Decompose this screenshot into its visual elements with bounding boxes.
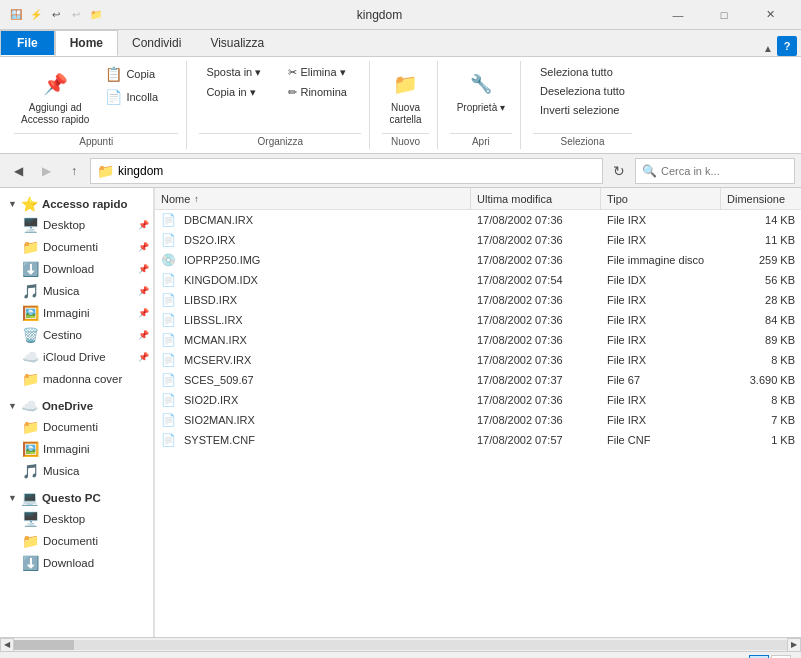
sidebar-item-pc-documenti[interactable]: 📁 Documenti [0,530,153,552]
ribbon-group-seleziona: Seleziona tutto Deseleziona tutto Invert… [525,61,640,149]
sidebar-item-od-musica[interactable]: 🎵 Musica [0,460,153,482]
sidebar-item-download-quick[interactable]: ⬇️ Download 📌 [0,258,153,280]
od-immagini-label: Immagini [43,443,149,455]
tab-visualizza[interactable]: Visualizza [196,30,279,56]
col-size-label: Dimensione [727,193,785,205]
new-folder-button[interactable]: 📁 Nuova cartella [382,63,428,131]
sidebar-item-documenti-quick[interactable]: 📁 Documenti 📌 [0,236,153,258]
close-button[interactable]: ✕ [747,0,793,30]
file-icon: 📄 [161,233,176,247]
file-cell-date: 17/08/2002 07:36 [471,334,601,346]
search-input[interactable] [661,165,788,177]
sidebar-item-cestino[interactable]: 🗑️ Cestino 📌 [0,324,153,346]
ribbon-collapse-btn[interactable]: ▲ [759,41,777,56]
table-row[interactable]: 📄 KINGDOM.IDX 17/08/2002 07:54 File IDX … [155,270,801,290]
pin-icon: 📌 [39,68,71,100]
help-button[interactable]: ? [777,36,797,56]
copy-button[interactable]: 📋 Copia [98,63,178,85]
view-list-button[interactable]: ☰ [771,655,791,659]
table-row[interactable]: 📄 DBCMAN.IRX 17/08/2002 07:36 File IRX 1… [155,210,801,230]
properties-icon: 🔧 [465,68,497,100]
table-row[interactable]: 📄 SIO2D.IRX 17/08/2002 07:36 File IRX 8 … [155,390,801,410]
select-all-button[interactable]: Seleziona tutto [533,63,632,81]
sidebar-item-musica-quick[interactable]: 🎵 Musica 📌 [0,280,153,302]
copy-to-button[interactable]: Copia in ▾ [199,83,279,102]
sidebar-item-pc-download[interactable]: ⬇️ Download [0,552,153,574]
minimize-button[interactable]: — [655,0,701,30]
sidebar-quick-access-section: ▼ ⭐ Accesso rapido 🖥️ Desktop 📌 📁 Docume… [0,192,153,390]
file-cell-name: 📄 LIBSSL.IRX [155,313,471,327]
file-icon: 📄 [161,213,176,227]
file-icon: 📄 [161,373,176,387]
move-to-button[interactable]: Sposta in ▾ [199,63,279,82]
sidebar-item-od-immagini[interactable]: 🖼️ Immagini [0,438,153,460]
copy-label: Copia [126,68,155,80]
col-header-type[interactable]: Tipo [601,188,721,210]
table-row[interactable]: 💿 IOPRP250.IMG 17/08/2002 07:36 File imm… [155,250,801,270]
table-row[interactable]: 📄 LIBSSL.IRX 17/08/2002 07:36 File IRX 8… [155,310,801,330]
col-header-date[interactable]: Ultima modifica [471,188,601,210]
sidebar-onedrive-header[interactable]: ▼ ☁️ OneDrive [0,394,153,416]
status-bar: 12 elementi ⊞ ☰ [0,651,801,658]
deselect-all-button[interactable]: Deseleziona tutto [533,82,632,100]
h-scroll-track[interactable] [14,640,787,650]
file-name: KINGDOM.IDX [184,274,258,286]
back-button[interactable]: ◀ [6,159,30,183]
properties-button[interactable]: 🔧 Proprietà ▾ [450,63,512,118]
h-scroll-left-btn[interactable]: ◀ [0,638,14,652]
properties-label: Proprietà ▾ [457,102,505,113]
sidebar-thispc-section: ▼ 💻 Questo PC 🖥️ Desktop 📁 Documenti ⬇️ … [0,486,153,574]
col-type-label: Tipo [607,193,628,205]
table-row[interactable]: 📄 MCSERV.IRX 17/08/2002 07:36 File IRX 8… [155,350,801,370]
file-name: MCSERV.IRX [184,354,251,366]
sidebar-item-desktop-quick[interactable]: 🖥️ Desktop 📌 [0,214,153,236]
sidebar-item-immagini-quick[interactable]: 🖼️ Immagini 📌 [0,302,153,324]
od-documenti-icon: 📁 [22,419,39,435]
breadcrumb: 📁 kingdom [97,163,163,179]
h-scroll-thumb[interactable] [14,640,74,650]
maximize-button[interactable]: □ [701,0,747,30]
rename-button[interactable]: ✏ Rinomina [281,83,361,102]
organizza-label: Organizza [199,133,361,149]
refresh-button[interactable]: ↻ [607,159,631,183]
delete-button[interactable]: ✂ Elimina ▾ [281,63,361,82]
col-header-name[interactable]: Nome ↑ [155,188,471,210]
table-row[interactable]: 📄 LIBSD.IRX 17/08/2002 07:36 File IRX 28… [155,290,801,310]
table-row[interactable]: 📄 SIO2MAN.IRX 17/08/2002 07:36 File IRX … [155,410,801,430]
tab-file[interactable]: File [0,30,55,56]
up-button[interactable]: ↑ [62,159,86,183]
ribbon-content: 📌 Aggiungi ad Accesso rapido 📋 Copia 📄 I… [0,56,801,153]
table-row[interactable]: 📄 SCES_509.67 17/08/2002 07:37 File 67 3… [155,370,801,390]
table-row[interactable]: 📄 DS2O.IRX 17/08/2002 07:36 File IRX 11 … [155,230,801,250]
undo-icon[interactable]: ↩ [48,7,64,23]
paste-button[interactable]: 📄 Incolla [98,86,178,108]
sidebar-thispc-header[interactable]: ▼ 💻 Questo PC [0,486,153,508]
search-bar[interactable]: 🔍 [635,158,795,184]
pin-quick-access-button[interactable]: 📌 Aggiungi ad Accesso rapido [14,63,96,131]
address-bar[interactable]: 📁 kingdom [90,158,603,184]
file-name: SYSTEM.CNF [184,434,255,446]
sidebar: ▼ ⭐ Accesso rapido 🖥️ Desktop 📌 📁 Docume… [0,188,154,637]
search-icon: 🔍 [642,164,657,178]
h-scroll-right-btn[interactable]: ▶ [787,638,801,652]
forward-button[interactable]: ▶ [34,159,58,183]
file-cell-name: 📄 MCMAN.IRX [155,333,471,347]
od-musica-label: Musica [43,465,149,477]
sidebar-item-od-documenti[interactable]: 📁 Documenti [0,416,153,438]
sidebar-item-pc-desktop[interactable]: 🖥️ Desktop [0,508,153,530]
file-icon: 📄 [161,353,176,367]
file-cell-type: File IRX [601,214,721,226]
table-row[interactable]: 📄 MCMAN.IRX 17/08/2002 07:36 File IRX 89… [155,330,801,350]
table-row[interactable]: 📄 SYSTEM.CNF 17/08/2002 07:57 File CNF 1… [155,430,801,450]
sidebar-quick-access-header[interactable]: ▼ ⭐ Accesso rapido [0,192,153,214]
pc-desktop-label: Desktop [43,513,149,525]
tab-condividi[interactable]: Condividi [118,30,196,56]
tab-home[interactable]: Home [55,30,118,56]
sidebar-item-icloud[interactable]: ☁️ iCloud Drive 📌 [0,346,153,368]
col-name-label: Nome [161,193,190,205]
paste-label: Incolla [126,91,158,103]
view-grid-button[interactable]: ⊞ [749,655,769,659]
sidebar-item-madonna[interactable]: 📁 madonna cover [0,368,153,390]
col-header-size[interactable]: Dimensione [721,188,801,210]
invert-selection-button[interactable]: Inverti selezione [533,101,632,119]
